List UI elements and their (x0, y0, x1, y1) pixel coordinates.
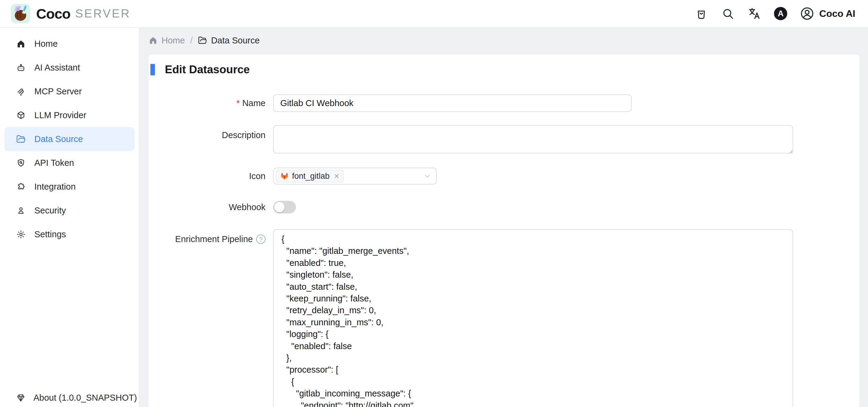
sidebar-item-integration[interactable]: Integration (4, 175, 134, 199)
about-label: About (1.0.0_SNAPSHOT) (33, 393, 137, 403)
main-content: Home / Data Source Edit Datasource * Nam… (140, 28, 868, 407)
package-icon (16, 111, 26, 120)
page-title: Edit Datasource (165, 63, 250, 76)
form-row-enrichment-pipeline: Enrichment Pipeline ? { "name": "gitlab_… (149, 229, 860, 407)
webhook-toggle[interactable] (273, 201, 296, 214)
sidebar-item-data-source[interactable]: Data Source (4, 127, 134, 151)
robot-icon (16, 63, 26, 72)
coconut-icon (11, 4, 30, 23)
enrichment-pipeline-editor[interactable]: { "name": "gitlab_merge_events", "enable… (273, 229, 793, 407)
toggle-knob (274, 202, 284, 212)
sidebar-item-label: AI Assistant (34, 63, 80, 73)
sidebar-item-label: Security (34, 206, 66, 216)
form-row-webhook: Webhook (149, 201, 860, 214)
sidebar-item-settings[interactable]: Settings (4, 222, 134, 246)
description-textarea[interactable] (273, 125, 793, 153)
description-label: Description (149, 125, 273, 140)
form-row-description: Description (149, 125, 860, 153)
breadcrumb-current-label: Data Source (211, 36, 259, 45)
required-asterisk: * (236, 98, 240, 108)
person-icon (16, 206, 26, 215)
sidebar-item-mcp-server[interactable]: MCP Server (4, 80, 134, 103)
breadcrumb-current[interactable]: Data Source (198, 36, 259, 45)
gear-icon (16, 230, 26, 239)
sidebar-item-label: MCP Server (34, 87, 82, 96)
sidebar-about[interactable]: About (1.0.0_SNAPSHOT) (16, 393, 137, 403)
icon-tag-chip: font_gitlab × (276, 170, 344, 182)
header-actions: A Coco AI (694, 6, 868, 21)
title-accent-bar (150, 64, 155, 75)
sidebar-item-api-token[interactable]: API Token (4, 151, 134, 175)
translate-icon[interactable] (747, 7, 761, 21)
breadcrumb: Home / Data Source (149, 34, 868, 46)
title-row: Edit Datasource (149, 63, 860, 76)
icon-label: Icon (149, 171, 273, 182)
name-label: * Name (149, 98, 273, 108)
help-icon[interactable]: ? (256, 234, 266, 244)
shield-search-icon (16, 158, 26, 168)
brand-suffix: SERVER (75, 7, 131, 20)
store-bag-icon[interactable] (694, 7, 708, 21)
sidebar-item-label: Settings (34, 229, 66, 239)
form-row-icon: Icon (149, 168, 860, 185)
theme-toggle-icon[interactable]: A (774, 7, 787, 20)
chevron-down-icon (424, 173, 431, 180)
user-menu[interactable]: Coco AI (800, 6, 855, 21)
gem-icon (16, 394, 25, 403)
edit-datasource-card: Edit Datasource * Name Description (149, 54, 860, 407)
folder-open-icon (16, 134, 26, 144)
top-header: Coco SERVER A (0, 0, 868, 28)
sidebar-item-label: API Token (34, 158, 74, 168)
sidebar: Home AI Assistant MCP Server (0, 28, 140, 407)
sidebar-item-label: Home (34, 39, 58, 49)
sidebar-item-llm-provider[interactable]: LLM Provider (4, 103, 134, 127)
sidebar-item-label: Integration (34, 182, 76, 192)
sidebar-item-label: Data Source (34, 134, 83, 144)
sidebar-item-ai-assistant[interactable]: AI Assistant (4, 56, 134, 80)
name-input[interactable] (273, 94, 632, 112)
edit-datasource-form: * Name Description Icon (149, 94, 860, 407)
folder-open-icon (198, 36, 207, 45)
tag-remove-icon[interactable]: × (334, 172, 339, 181)
breadcrumb-home[interactable]: Home (149, 36, 185, 45)
webhook-label: Webhook (149, 202, 273, 213)
puzzle-icon (16, 182, 26, 191)
enrichment-pipeline-label: Enrichment Pipeline ? (149, 229, 273, 245)
search-icon[interactable] (721, 7, 735, 21)
user-avatar-icon (800, 6, 814, 21)
icon-select[interactable]: font_gitlab × (273, 168, 437, 185)
sidebar-nav: Home AI Assistant MCP Server (0, 28, 139, 246)
brand-name: Coco (36, 5, 70, 22)
home-icon (16, 39, 26, 49)
sidebar-item-label: LLM Provider (34, 111, 86, 120)
icon-tag-text: font_gitlab (292, 171, 330, 181)
gitlab-icon (280, 171, 289, 181)
breadcrumb-home-label: Home (161, 36, 185, 45)
brand[interactable]: Coco SERVER (0, 4, 130, 23)
sidebar-item-security[interactable]: Security (4, 199, 134, 222)
sidebar-item-home[interactable]: Home (4, 32, 134, 56)
home-icon (149, 36, 158, 45)
user-name: Coco AI (819, 8, 855, 19)
mcp-icon (16, 87, 26, 96)
form-row-name: * Name (149, 94, 860, 112)
breadcrumb-separator: / (190, 36, 193, 45)
